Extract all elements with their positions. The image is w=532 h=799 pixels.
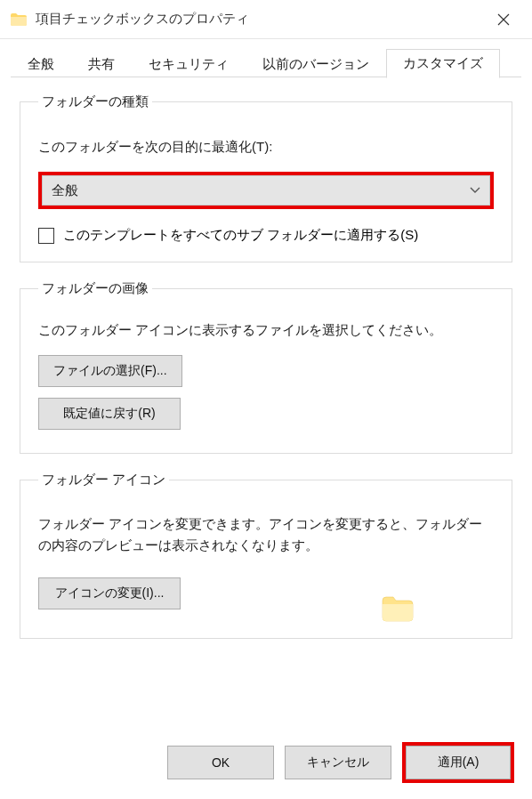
tab-strip: 全般 共有 セキュリティ 以前のバージョン カスタマイズ [0, 39, 532, 77]
optimize-label: このフォルダーを次の目的に最適化(T): [38, 139, 494, 156]
choose-file-button[interactable]: ファイルの選択(F)... [38, 355, 182, 387]
folder-icon-desc: フォルダー アイコンを変更できます。アイコンを変更すると、フォルダーの内容のプレ… [38, 513, 494, 556]
chevron-down-icon [470, 187, 480, 194]
optimize-dropdown-value: 全般 [52, 182, 78, 199]
tab-sharing[interactable]: 共有 [71, 50, 132, 78]
apply-subfolders-label: このテンプレートをすべてのサブ フォルダーに適用する(S) [63, 227, 418, 244]
title-bar: 項目チェックボックスのプロパティ [0, 0, 532, 39]
tab-customize[interactable]: カスタマイズ [386, 49, 500, 78]
apply-button-highlight: 適用(A) [402, 742, 514, 783]
dialog-footer: OK キャンセル 適用(A) [0, 737, 532, 799]
group-folder-type-legend: フォルダーの種類 [38, 93, 152, 110]
tab-general[interactable]: 全般 [11, 50, 71, 78]
reset-default-button[interactable]: 既定値に戻す(R) [38, 398, 181, 430]
close-icon [497, 13, 510, 26]
group-folder-type: フォルダーの種類 このフォルダーを次の目的に最適化(T): 全般 このテンプレー… [20, 93, 512, 262]
apply-button[interactable]: 適用(A) [406, 746, 511, 779]
optimize-dropdown[interactable]: 全般 [42, 175, 490, 206]
apply-subfolders-checkbox[interactable] [38, 228, 54, 244]
cancel-button[interactable]: キャンセル [285, 746, 391, 779]
folder-icon-preview [382, 595, 414, 622]
folder-icon [11, 13, 27, 26]
change-icon-button[interactable]: アイコンの変更(I)... [38, 577, 181, 609]
dropdown-highlight: 全般 [38, 172, 494, 209]
close-button[interactable] [486, 5, 521, 34]
group-folder-icon-legend: フォルダー アイコン [38, 472, 169, 488]
group-folder-icon: フォルダー アイコン フォルダー アイコンを変更できます。アイコンを変更すると、… [20, 472, 512, 639]
group-folder-image-legend: フォルダーの画像 [38, 280, 152, 297]
tab-security[interactable]: セキュリティ [132, 50, 246, 78]
apply-subfolders-row[interactable]: このテンプレートをすべてのサブ フォルダーに適用する(S) [38, 227, 494, 244]
folder-image-desc: このフォルダー アイコンに表示するファイルを選択してください。 [38, 322, 494, 339]
group-folder-image: フォルダーの画像 このフォルダー アイコンに表示するファイルを選択してください。… [20, 280, 512, 454]
tab-content: フォルダーの種類 このフォルダーを次の目的に最適化(T): 全般 このテンプレー… [0, 77, 532, 737]
ok-button[interactable]: OK [167, 746, 274, 779]
tab-previous-versions[interactable]: 以前のバージョン [246, 50, 386, 78]
window-title: 項目チェックボックスのプロパティ [36, 11, 486, 28]
